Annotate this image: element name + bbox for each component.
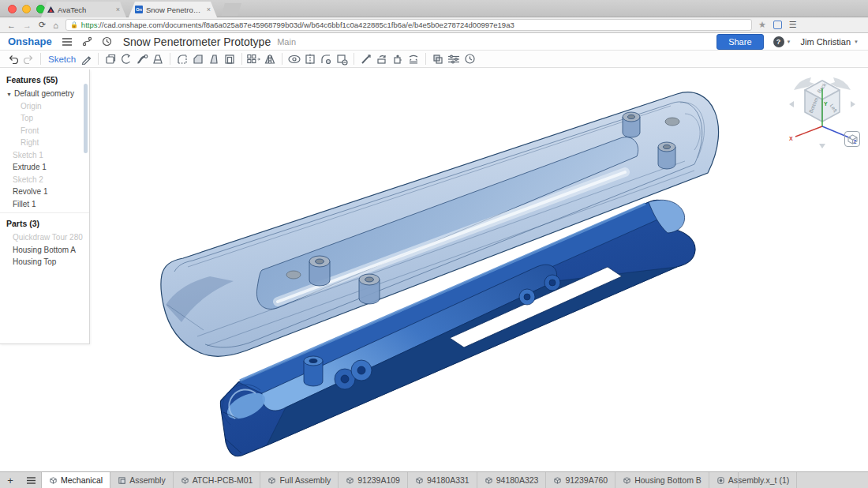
feature-item-revolve-1[interactable]: Revolve 1 [0, 186, 89, 198]
redo-icon[interactable] [21, 52, 36, 66]
home-icon[interactable]: ⌂ [53, 21, 58, 30]
browser-tab-onshape[interactable]: On Snow Penetrometer Protot × [129, 2, 217, 17]
chevron-down-icon[interactable]: ▼ [6, 92, 12, 97]
padlock-icon: 🔒 [70, 21, 78, 28]
draft-icon[interactable] [206, 52, 222, 66]
feature-item-fillet-1[interactable]: Fillet 1 [0, 198, 89, 211]
help-icon[interactable]: ? [773, 36, 784, 47]
browser-menu-icon[interactable]: ☰ [789, 20, 797, 30]
versions-branch-icon[interactable] [82, 36, 92, 47]
element-tab-atch-pcb-m01[interactable]: ATCH-PCB-M01 [174, 472, 261, 488]
share-button[interactable]: Share [716, 34, 763, 50]
panel-scrollbar[interactable] [84, 84, 88, 153]
feature-item-sketch-2[interactable]: Sketch 2 [0, 174, 89, 186]
tab-title: AvaTech [58, 6, 113, 14]
delete-face-icon[interactable] [334, 52, 350, 66]
browser-tab-avatech[interactable]: AvaTech × [41, 2, 126, 17]
feature-item-right[interactable]: Right [0, 137, 89, 149]
address-bar[interactable]: 🔒 https ://cad.onshape.com/documents/f8a… [65, 19, 752, 31]
forward-icon[interactable]: → [23, 21, 32, 30]
extrude-icon[interactable] [103, 52, 118, 66]
rollback-icon[interactable] [462, 52, 477, 66]
element-tab-91239a109[interactable]: 91239A109 [339, 472, 408, 488]
replace-face-icon[interactable] [374, 52, 390, 66]
url-scheme: https [81, 21, 98, 29]
part-item-quickdraw-tour-280[interactable]: Quickdraw Tour 280 [0, 231, 89, 244]
back-icon[interactable]: ← [7, 21, 16, 30]
imported-file-icon [716, 476, 725, 485]
add-element-icon[interactable]: + [0, 472, 21, 488]
part-studio-icon [346, 476, 354, 485]
feature-item-extrude-1[interactable]: Extrude 1 [0, 161, 89, 174]
feature-item-sketch-1[interactable]: Sketch 1 [0, 149, 89, 162]
reload-icon[interactable]: ⟳ [39, 20, 46, 30]
chevron-down-icon: ▼ [787, 39, 791, 44]
loft-icon[interactable] [150, 52, 166, 66]
sweep-icon[interactable] [134, 52, 150, 66]
part-item-housing-top[interactable]: Housing Top [0, 256, 89, 268]
close-window-button[interactable] [8, 5, 17, 13]
tab-manager-icon[interactable] [21, 472, 41, 488]
mirror-icon[interactable] [262, 52, 278, 66]
sketch-button[interactable]: Sketch [48, 54, 76, 64]
new-tab-button[interactable] [221, 3, 241, 16]
tab-close-icon[interactable]: × [207, 6, 211, 13]
part-studio-icon [553, 476, 562, 485]
thicken-icon[interactable] [406, 52, 421, 66]
measure-icon[interactable] [446, 52, 462, 66]
parts-header: Parts (3) [0, 213, 89, 231]
features-panel: Features (55) ▼Default geometry Origin T… [0, 69, 90, 344]
element-tab-94180a323[interactable]: 94180A323 [477, 472, 547, 488]
chamfer-icon[interactable] [190, 52, 206, 66]
element-tab-housing-bottom-b[interactable]: Housing Bottom B [615, 472, 709, 488]
user-menu[interactable]: Jim Christian ▼ [800, 37, 859, 47]
revolve-icon[interactable] [118, 52, 134, 66]
part-studio-icon [485, 476, 493, 485]
user-name: Jim Christian [800, 37, 851, 47]
part-item-housing-bottom-a[interactable]: Housing Bottom A [0, 244, 89, 257]
extension-icon[interactable] [773, 21, 782, 29]
onshape-header: Onshape Snow Penetrometer Prototype Main… [0, 33, 868, 51]
transform-icon[interactable] [390, 52, 406, 66]
bookmark-star-icon[interactable]: ★ [758, 20, 766, 30]
workspace-name[interactable]: Main [277, 37, 296, 47]
part-studio-icon [415, 476, 424, 485]
onshape-logo[interactable]: Onshape [8, 36, 52, 47]
undo-icon[interactable] [5, 52, 21, 66]
document-title[interactable]: Snow Penetrometer Prototype [123, 36, 271, 48]
element-tab-mechanical[interactable]: Mechanical [42, 472, 110, 488]
axis-y-label: Y [824, 101, 828, 107]
browser-title-bar: AvaTech × On Snow Penetrometer Protot × [0, 0, 868, 17]
assembly-icon [118, 476, 126, 485]
history-clock-icon[interactable] [102, 36, 112, 47]
part-studio-icon [623, 476, 631, 485]
element-tab-assembly-xt[interactable]: Assembly.x_t (1) [709, 472, 797, 488]
feature-item-origin[interactable]: Origin [0, 100, 89, 113]
fillet-icon[interactable] [174, 52, 190, 66]
element-tab-91239a760[interactable]: 91239A760 [546, 472, 615, 488]
shell-icon[interactable] [222, 52, 238, 66]
boolean-icon[interactable] [430, 52, 446, 66]
document-menu-icon[interactable] [62, 37, 73, 47]
element-tab-94180a331[interactable]: 94180A331 [408, 472, 477, 488]
tab-title: Snow Penetrometer Protot [146, 6, 204, 14]
isometric-view-button[interactable] [844, 131, 860, 147]
feature-item-top[interactable]: Top [0, 112, 89, 125]
graphics-viewport[interactable]: Features (55) ▼Default geometry Origin T… [0, 68, 868, 471]
element-tab-full-assembly[interactable]: Full Assembly [260, 472, 339, 488]
element-tab-assembly[interactable]: Assembly [110, 472, 174, 488]
avatech-favicon [47, 6, 54, 13]
feature-item-default-geometry[interactable]: ▼Default geometry [0, 88, 89, 100]
sketch-pencil-icon[interactable] [78, 52, 94, 66]
features-header: Features (55) [0, 69, 89, 88]
minimize-window-button[interactable] [22, 5, 31, 13]
move-face-icon[interactable] [358, 52, 374, 66]
tab-close-icon[interactable]: × [116, 6, 120, 13]
modify-fillet-icon[interactable] [318, 52, 334, 66]
split-icon[interactable] [302, 52, 318, 66]
feature-item-front[interactable]: Front [0, 125, 89, 137]
hide-show-icon[interactable] [286, 52, 302, 66]
part-studio-icon [49, 476, 58, 485]
linear-pattern-icon[interactable] [246, 52, 262, 66]
help-menu[interactable]: ? ▼ [773, 36, 791, 47]
